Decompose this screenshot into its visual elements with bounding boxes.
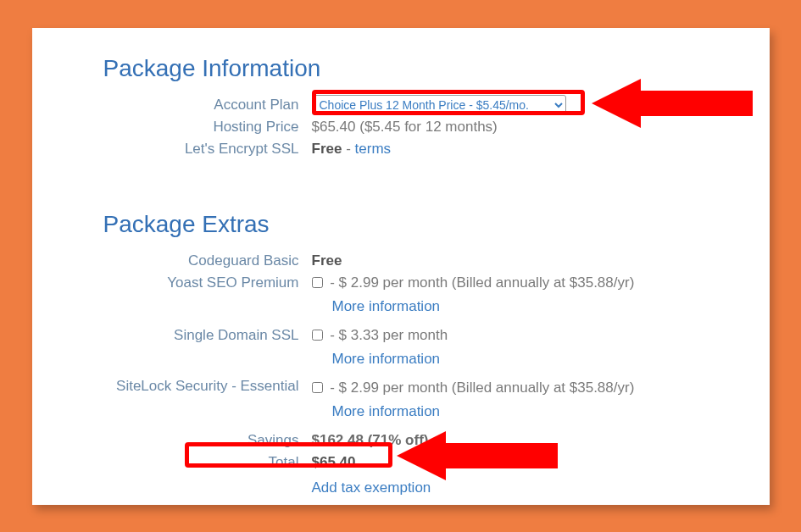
savings-label: Savings xyxy=(32,429,312,452)
extra-sitelock-price: - $ 2.99 per month (Billed annually at $… xyxy=(330,380,634,396)
hosting-price-row: Hosting Price $65.40 ($5.45 for 12 month… xyxy=(32,116,770,138)
account-plan-value: Choice Plus 12 Month Price - $5.45/mo. xyxy=(312,94,770,116)
extra-yoast-checkbox[interactable] xyxy=(312,277,323,288)
total-row: Total $65.40 xyxy=(32,452,770,474)
extra-single-ssl-row: Single Domain SSL - $ 3.33 per month Mor… xyxy=(32,324,770,377)
extra-single-ssl-price: - $ 3.33 per month xyxy=(330,327,448,343)
tax-exemption-row: Add tax exemption xyxy=(32,474,770,499)
savings-value: $162.48 (71% off) xyxy=(312,429,770,452)
extra-sitelock-more-info-link[interactable]: More information xyxy=(332,401,753,423)
tax-exemption-value: Add tax exemption xyxy=(312,474,770,499)
savings-row: Savings $162.48 (71% off) xyxy=(32,429,770,452)
lets-encrypt-ssl-label: Let's Encrypt SSL xyxy=(32,138,312,160)
extra-single-ssl-label: Single Domain SSL xyxy=(32,324,312,346)
account-plan-select[interactable]: Choice Plus 12 Month Price - $5.45/mo. xyxy=(312,95,566,115)
extra-codeguard-label: Codeguard Basic xyxy=(32,250,312,272)
extra-sitelock-value: - $ 2.99 per month (Billed annually at $… xyxy=(312,377,770,429)
extra-codeguard-free: Free xyxy=(312,252,342,269)
extra-sitelock-label: SiteLock Security - Essential xyxy=(32,377,312,396)
add-tax-exemption-link[interactable]: Add tax exemption xyxy=(312,479,431,496)
dash-separator: - xyxy=(346,141,354,157)
total-label: Total xyxy=(32,452,312,474)
lets-encrypt-ssl-row: Let's Encrypt SSL Free - terms xyxy=(32,138,770,160)
account-plan-label: Account Plan xyxy=(32,94,312,116)
package-extras-heading: Package Extras xyxy=(103,211,770,238)
extra-sitelock-checkbox[interactable] xyxy=(312,382,323,393)
extra-single-ssl-value: - $ 3.33 per month More information xyxy=(312,324,770,377)
extra-sitelock-row: SiteLock Security - Essential - $ 2.99 p… xyxy=(32,377,770,429)
extra-single-ssl-checkbox[interactable] xyxy=(312,330,323,341)
ssl-free-text: Free xyxy=(312,141,342,157)
checkout-card: Package Information Account Plan Choice … xyxy=(32,28,770,505)
hosting-price-value: $65.40 ($5.45 for 12 months) xyxy=(312,116,770,138)
extra-single-ssl-more-info-link[interactable]: More information xyxy=(332,348,753,370)
extra-codeguard-row: Codeguard Basic Free xyxy=(32,250,770,272)
extra-yoast-value: - $ 2.99 per month (Billed annually at $… xyxy=(312,272,770,324)
extra-yoast-price: - $ 2.99 per month (Billed annually at $… xyxy=(330,274,634,291)
extra-yoast-row: Yoast SEO Premium - $ 2.99 per month (Bi… xyxy=(32,272,770,324)
lets-encrypt-ssl-value: Free - terms xyxy=(312,138,770,160)
extra-yoast-label: Yoast SEO Premium xyxy=(32,272,312,294)
extra-yoast-more-info-link[interactable]: More information xyxy=(332,296,753,318)
total-value: $65.40 xyxy=(312,452,770,474)
hosting-price-label: Hosting Price xyxy=(32,116,312,138)
account-plan-row: Account Plan Choice Plus 12 Month Price … xyxy=(32,94,770,116)
ssl-terms-link[interactable]: terms xyxy=(355,141,392,157)
extra-codeguard-value: Free xyxy=(312,250,770,272)
package-information-heading: Package Information xyxy=(103,55,770,82)
